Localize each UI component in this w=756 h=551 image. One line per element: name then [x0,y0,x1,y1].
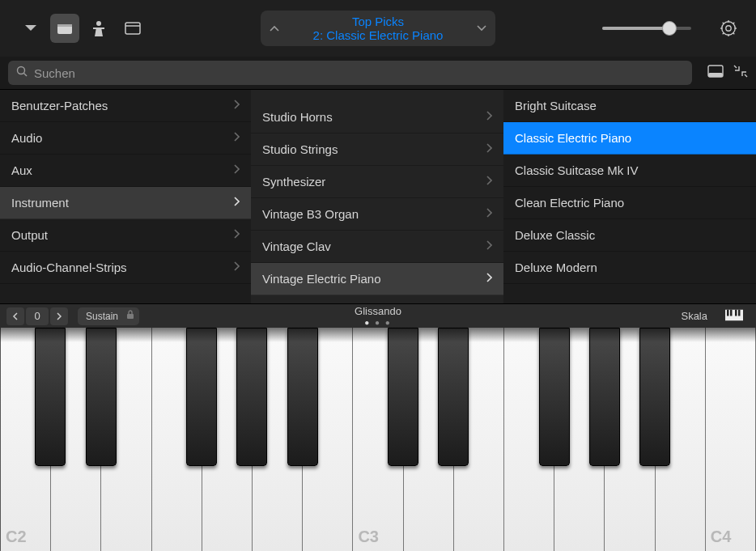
browser-row-label: Vintage B3 Organ [262,207,486,221]
svg-rect-22 [727,309,729,316]
black-key[interactable] [186,328,217,466]
chevron-right-icon [233,164,240,176]
black-key[interactable] [236,328,267,466]
preset-subtitle: 2: Classic Electric Piano [280,28,476,42]
chevron-right-icon [486,143,492,155]
chevron-right-icon [233,229,240,241]
search-icon [16,66,28,80]
chevron-right-icon [486,273,492,285]
collapse-icon[interactable] [733,64,748,82]
browser-row[interactable]: Audio [0,122,251,155]
settings-gear-icon[interactable] [717,17,740,40]
browser-row[interactable]: Deluxe Classic [503,219,756,252]
octave-label: C2 [6,528,27,546]
chevron-right-icon [233,261,240,273]
browser-row-label: Instrument [11,196,233,210]
browser-row-label: Classic Electric Piano [515,131,745,145]
volume-knob[interactable] [662,21,677,36]
search-placeholder: Suchen [34,66,75,80]
volume-slider[interactable] [602,27,691,30]
black-key[interactable] [438,328,469,466]
svg-rect-4 [125,23,140,34]
svg-rect-19 [708,73,723,77]
keyboard-mode-label: Glissando [355,305,401,317]
browser-row[interactable]: Studio Horns [251,101,503,134]
browser-row-label: Aux [11,163,233,177]
black-key[interactable] [287,328,318,466]
lock-icon [126,310,134,322]
svg-rect-20 [127,314,134,319]
black-key[interactable] [639,328,670,466]
black-key[interactable] [86,328,117,466]
keyboard-layout-icon[interactable] [725,309,743,323]
browser-row[interactable]: Synthesizer [251,166,503,198]
octave-label: C3 [358,528,379,546]
browser-row[interactable]: Aux [0,155,251,187]
browser-row[interactable]: Vintage Electric Piano [251,263,503,295]
sustain-toggle[interactable]: Sustain [78,307,139,325]
black-key[interactable] [388,328,418,466]
browser-row[interactable]: Classic Suitcase Mk IV [503,155,756,187]
browser-row-label: Studio Strings [262,142,486,156]
browser-row-label: Deluxe Modern [515,261,745,274]
browser-row-label: Studio Horns [262,110,486,124]
preset-title: Top Picks [280,15,476,28]
browser-row-label: Audio-Channel-Strips [11,261,233,274]
chevron-right-icon [486,111,492,123]
browser-row[interactable]: Bright Suitcase [503,90,756,122]
preset-selector[interactable]: Top Picks 2: Classic Electric Piano [261,11,495,46]
svg-line-13 [733,33,735,35]
window-icon[interactable] [118,14,147,43]
black-key[interactable] [35,328,66,466]
octave-value: 0 [26,307,49,325]
browser-row[interactable]: Audio-Channel-Strips [0,252,251,284]
svg-rect-3 [93,28,104,29]
preset-down-icon[interactable] [476,21,487,36]
browser-row[interactable]: Clean Electric Piano [503,187,756,219]
browser-row[interactable]: Instrument [0,187,251,219]
chevron-right-icon [233,100,240,112]
preset-up-icon[interactable] [269,21,280,36]
search-input[interactable]: Suchen [8,61,692,85]
browser-row-label: Vintage Clav [262,239,486,253]
library-icon[interactable] [50,14,79,43]
sustain-label: Sustain [86,311,118,322]
svg-rect-24 [735,309,737,316]
panel-toggle-icon[interactable] [707,65,724,81]
browser-row[interactable]: Deluxe Modern [503,252,756,284]
browser-row[interactable]: Vintage B3 Organ [251,198,503,231]
chevron-right-icon [233,197,240,209]
keyboard-control-bar: 0 Sustain Glissando ● ● ● Skala [0,303,756,328]
octave-label: C4 [711,528,732,546]
person-icon[interactable] [84,14,113,43]
browser-row[interactable]: Benutzer-Patches [0,90,251,122]
svg-point-2 [96,21,101,26]
browser-row[interactable]: Output [0,219,251,252]
chevron-right-icon [486,240,492,252]
search-right-icons [707,64,748,82]
svg-line-14 [723,33,724,35]
browser-row[interactable]: Vintage Clav [251,231,503,263]
browser-column-preset: Bright SuitcaseClassic Electric PianoCla… [503,90,756,303]
octave-stepper: 0 [6,307,68,325]
browser-row-label: Vintage Electric Piano [262,272,486,286]
piano-keyboard: C2C3C4 [0,328,756,551]
browser-row[interactable]: Classic Electric Piano [503,122,756,155]
scale-button[interactable]: Skala [681,310,707,322]
mode-page-dots: ● ● ● [355,318,401,327]
browser-row-label: Synthesizer [262,175,486,189]
keyboard-mode-selector[interactable]: Glissando ● ● ● [355,305,401,327]
octave-up-button[interactable] [50,307,68,325]
black-key[interactable] [589,328,620,466]
white-key[interactable]: C4 [706,328,756,551]
browser-row-label: Bright Suitcase [515,99,745,112]
octave-down-button[interactable] [6,307,24,325]
browser-row-label: Audio [11,131,233,145]
svg-rect-1 [57,24,72,27]
black-key[interactable] [539,328,570,466]
piano-shadow [0,328,756,342]
library-browser: Benutzer-PatchesAudioAuxInstrumentOutput… [0,89,756,303]
dropdown-menu-icon[interactable] [16,14,45,43]
browser-row[interactable]: Studio Strings [251,134,503,166]
browser-column-category: Benutzer-PatchesAudioAuxInstrumentOutput… [0,90,251,303]
